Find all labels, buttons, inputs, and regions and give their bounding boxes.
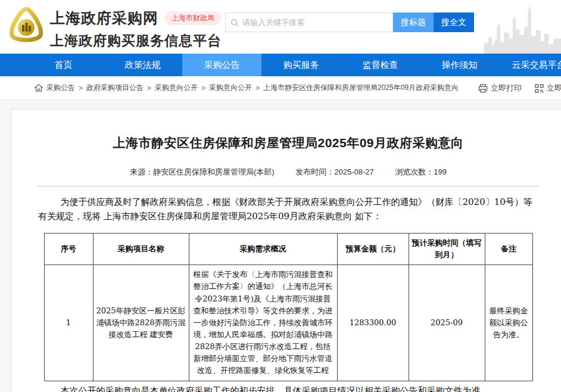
cell-planned-time: 2025-09 [409,265,485,381]
breadcrumb-separator: > [201,84,205,92]
col-header-planned-time: 预计采购时间（填写到月） [409,234,485,265]
article-card: 上海市静安区住房保障和房屋管理局2025年09月政府采购意向 来源：静安区住房保… [11,109,561,392]
finance-bureau-badge: 上海市财政局 [164,11,222,25]
site-header: 上海政府采购网 上海市财政局 上海政府购买服务信息平台 搜标题 搜全文 [0,0,561,54]
main-nav: 首页 政策法规 采购公告 购买服务 监督检查 操作须知 云采交易平台 [0,54,561,76]
procurement-intent-table: 序号 采购项目名称 采购需求概况 预算金额（元） 预计采购时间（填写到月） 备注… [44,233,533,381]
article-publish-date: 发布时间：2025-08-27 [295,167,374,176]
breadcrumb-separator: > [255,84,260,92]
col-header-demand-overview: 采购需求概况 [189,234,337,265]
breadcrumb-separator: > [79,84,83,92]
nav-item-cloud-trading[interactable]: 云采交易平台 [499,54,561,76]
article-meta: 来源：静安区住房保障和房屋管理局(本部) 发布时间：2025-08-27 浏览次… [38,167,538,178]
cell-project-name: 2025年静安区一般片区彭浦镇场中路2828弄雨污混接改造工程 建安费 [93,265,189,381]
cell-demand-overview: 根据《关于发布〈上海市雨污混接普查和整治工作方案〉的通知》（上海市总河长令202… [189,265,337,381]
col-header-project-name: 采购项目名称 [93,234,189,265]
home-icon[interactable] [35,84,43,92]
nav-item-policies[interactable]: 政策法规 [103,54,182,76]
article-intro: 为便于供应商及时了解政府采购信息，根据《财政部关于开展政府采购意向公开工作的通知… [38,195,538,223]
breadcrumb-current: 上海市静安区住房保障和房屋管理局2025年09月政府采购意向 [263,83,459,93]
site-logo-icon [7,7,45,45]
article-footer-note: 本次公开的采购意向是本单位政府采购工作的初步安排，具体采购项目情况以相关采购公告… [38,384,538,392]
search-box [225,13,393,32]
search-input[interactable] [242,18,388,27]
table-row: 1 2025年静安区一般片区彭浦镇场中路2828弄雨污混接改造工程 建安费 根据… [44,265,532,381]
share-button[interactable]: 立即分享 [535,83,561,94]
breadcrumb-item-2[interactable]: 政府采购项目公告 [86,83,144,93]
breadcrumb-actions: 立即打印 立即分享 [478,76,561,100]
col-header-remark: 备注 [485,234,532,265]
breadcrumb-item-4[interactable]: 采购意向公开 [209,83,252,93]
article-view-count: 浏览次数：199 [395,167,447,176]
col-header-seq: 序号 [44,234,93,265]
search-area: 搜标题 搜全文 [225,13,474,32]
cell-seq: 1 [44,265,93,381]
cell-remark: 最终采购金额以采购公告为准。 [485,265,532,381]
print-button[interactable]: 立即打印 [478,83,522,94]
cell-budget: 1283300.00 [337,265,409,381]
nav-item-purchase-services[interactable]: 购买服务 [261,54,341,76]
print-label: 立即打印 [491,83,522,94]
printer-icon [478,84,488,93]
search-icon [230,18,239,27]
breadcrumb-item-3[interactable]: 采购意向公开 [155,83,198,93]
site-name: 上海政府采购网 [50,8,158,28]
site-subtitle: 上海政府购买服务信息平台 [50,32,222,50]
brand-block: 上海政府采购网 上海市财政局 上海政府购买服务信息平台 [50,8,222,50]
search-title-button[interactable]: 搜标题 [393,13,434,32]
breadcrumb: 采购公告 > 政府采购项目公告 > 采购意向公开 > 采购意向公开 > 上海市静… [0,76,561,100]
col-header-budget: 预算金额（元） [337,234,409,265]
nav-item-home[interactable]: 首页 [24,54,103,76]
nav-item-instructions[interactable]: 操作须知 [420,54,499,76]
divider [38,186,538,186]
table-header-row: 序号 采购项目名称 采购需求概况 预算金额（元） 预计采购时间（填写到月） 备注 [44,234,532,265]
city-skyline-graphic [482,0,561,54]
search-fulltext-button[interactable]: 搜全文 [434,13,474,32]
share-label: 立即分享 [547,83,561,94]
page-title: 上海市静安区住房保障和房屋管理局2025年09月政府采购意向 [38,135,538,151]
nav-item-supervision[interactable]: 监督检查 [341,54,420,76]
nav-item-procurement-notices[interactable]: 采购公告 [182,54,261,76]
qr-share-icon [535,84,544,93]
breadcrumb-item-1[interactable]: 采购公告 [46,83,75,93]
article-source: 来源：静安区住房保障和房屋管理局(本部) [130,167,275,176]
breadcrumb-separator: > [147,84,151,92]
